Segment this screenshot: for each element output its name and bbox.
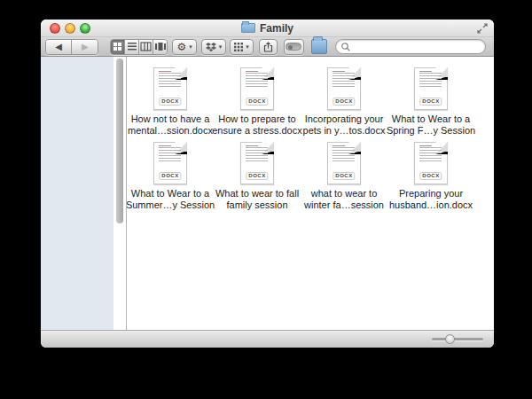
arrange-grid-icon (234, 43, 243, 51)
file-item[interactable]: DOCX How not to have amental…ssion.docx (127, 67, 214, 142)
column-view-button[interactable] (139, 40, 153, 54)
coverflow-view-button[interactable] (153, 40, 168, 54)
close-button[interactable] (50, 23, 60, 34)
file-name: What to Wear to aSpring F…y Session (387, 113, 475, 137)
back-icon: ◀ (55, 42, 62, 51)
sidebar[interactable] (41, 57, 113, 330)
file-name: Incorporating yourpets in y…tos.docx (303, 113, 386, 137)
file-item[interactable]: DOCX Incorporating yourpets in y…tos.doc… (301, 67, 387, 142)
docx-file-icon: DOCX (327, 67, 361, 110)
sidebar-scrollbar[interactable] (113, 57, 127, 330)
file-name: what to wear towinter fa…session (304, 188, 384, 211)
file-item[interactable]: DOCX Preparing yourhusband…ion.docx (387, 142, 474, 216)
docx-file-icon: DOCX (414, 142, 448, 184)
toggle-button[interactable] (284, 39, 304, 55)
file-item[interactable]: DOCX what to wear towinter fa…session (301, 142, 387, 216)
docx-file-icon: DOCX (240, 67, 274, 110)
file-item[interactable]: DOCX What to Wear to aSummer…y Session (127, 142, 214, 216)
chevron-down-icon: ▾ (246, 43, 249, 51)
file-item[interactable]: DOCX What to Wear to aSpring F…y Session (387, 67, 474, 142)
file-name: What to wear to fallfamily session (215, 188, 299, 211)
minimize-button[interactable] (65, 23, 75, 34)
toggle-icon (286, 43, 301, 51)
file-type-badge: DOCX (332, 172, 355, 180)
search-field[interactable] (335, 39, 486, 54)
finder-window: Family ◀ ▶ (41, 20, 494, 348)
dropbox-menu-button[interactable]: ▾ (201, 39, 227, 55)
search-icon (341, 43, 350, 51)
file-type-badge: DOCX (159, 98, 181, 106)
file-item[interactable]: DOCX How to prepare toensure a stress.do… (214, 67, 301, 142)
expand-arrows-icon (477, 23, 488, 34)
window-title: Family (260, 22, 293, 35)
file-name: What to Wear to aSummer…y Session (126, 188, 215, 211)
icon-size-slider[interactable] (432, 338, 483, 340)
docx-file-icon: DOCX (240, 142, 274, 184)
forward-icon: ▶ (82, 42, 89, 51)
slider-knob[interactable] (445, 334, 455, 344)
share-icon (263, 42, 273, 52)
icon-view-button[interactable] (111, 40, 125, 54)
file-name: How to prepare toensure a stress.docx (212, 113, 302, 137)
forward-button[interactable]: ▶ (72, 40, 98, 54)
file-item[interactable]: DOCX What to wear to fallfamily session (214, 142, 301, 216)
arrange-menu-button[interactable]: ▾ (230, 39, 254, 55)
dropbox-icon (206, 42, 216, 52)
chevron-down-icon: ▾ (219, 43, 223, 51)
file-type-badge: DOCX (246, 172, 268, 180)
icon-view-icon (113, 43, 121, 51)
coverflow-view-icon (155, 43, 166, 51)
file-name: How not to have amental…ssion.docx (128, 113, 213, 137)
toolbar: ◀ ▶ (41, 37, 494, 57)
file-name: Preparing yourhusband…ion.docx (389, 188, 473, 211)
file-browser[interactable]: DOCX How not to have amental…ssion.docx … (127, 57, 494, 330)
docx-file-icon: DOCX (414, 67, 448, 110)
share-button[interactable] (259, 39, 278, 55)
traffic-lights (50, 23, 90, 34)
file-type-badge: DOCX (246, 98, 268, 106)
zoom-button[interactable] (80, 23, 90, 34)
column-view-icon (141, 43, 151, 51)
chevron-down-icon: ▾ (189, 43, 192, 51)
file-type-badge: DOCX (332, 98, 355, 106)
file-type-badge: DOCX (419, 98, 442, 106)
docx-file-icon: DOCX (153, 67, 187, 110)
folder-icon (241, 23, 255, 33)
statusbar (41, 330, 494, 348)
window-content: DOCX How not to have amental…ssion.docx … (41, 57, 494, 330)
titlebar[interactable]: Family (41, 20, 494, 37)
gear-icon: ⚙ (176, 42, 186, 52)
list-view-icon (128, 43, 137, 51)
nav-buttons: ◀ ▶ (45, 39, 98, 55)
search-input[interactable] (354, 42, 480, 52)
file-type-badge: DOCX (159, 172, 181, 180)
docx-file-icon: DOCX (327, 142, 361, 184)
scrollbar-thumb[interactable] (116, 59, 123, 223)
fullscreen-button[interactable] (477, 23, 488, 34)
view-switcher (110, 39, 168, 55)
icon-grid: DOCX How not to have amental…ssion.docx … (127, 67, 494, 216)
window-title-area: Family (241, 22, 293, 35)
action-menu-button[interactable]: ⚙ ▾ (172, 39, 196, 55)
docx-file-icon: DOCX (153, 142, 187, 184)
back-button[interactable]: ◀ (46, 40, 72, 54)
new-folder-button[interactable] (311, 39, 328, 54)
file-type-badge: DOCX (419, 172, 442, 180)
list-view-button[interactable] (125, 40, 139, 54)
